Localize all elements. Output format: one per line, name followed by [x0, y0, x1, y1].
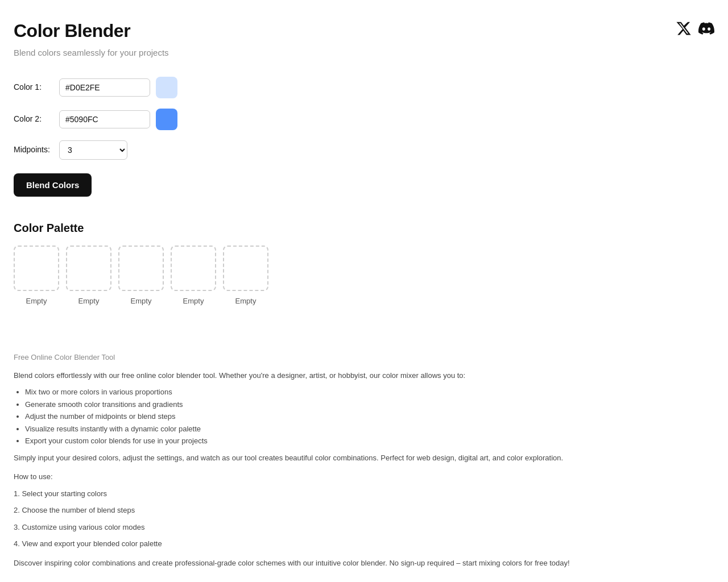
how-to-step-1: 1. Select your starting colors: [14, 488, 714, 500]
palette-swatch-5: [223, 246, 268, 291]
palette-label-2: Empty: [78, 296, 100, 307]
palette-label-1: Empty: [26, 296, 47, 307]
color2-text-input[interactable]: [59, 110, 150, 128]
palette-swatch-4: [171, 246, 216, 291]
free-tool-label: Free Online Color Blender Tool: [14, 352, 714, 363]
header-left: Color Blender Blend colors seamlessly fo…: [14, 17, 169, 60]
color1-row: Color 1:: [14, 77, 714, 98]
palette-label-5: Empty: [235, 296, 257, 307]
page-subtitle: Blend colors seamlessly for your project…: [14, 47, 169, 60]
info-feature-4: Visualize results instantly with a dynam…: [25, 423, 714, 435]
color2-row: Color 2:: [14, 109, 714, 130]
form-section: Color 1: Color 2: Midpoints: 1 2 3 4 5 6…: [14, 77, 714, 214]
color1-swatch[interactable]: [156, 77, 177, 98]
color2-swatch[interactable]: [156, 109, 177, 130]
discord-icon[interactable]: [698, 20, 714, 36]
palette-item-1: Empty: [14, 246, 59, 307]
blend-colors-button[interactable]: Blend Colors: [14, 173, 92, 197]
info-feature-2: Generate smooth color transitions and gr…: [25, 399, 714, 410]
info-features-list: Mix two or more colors in various propor…: [25, 386, 714, 447]
color2-label: Color 2:: [14, 113, 53, 125]
info-feature-5: Export your custom color blends for use …: [25, 435, 714, 447]
palette-grid: Empty Empty Empty Empty Empty: [14, 246, 714, 307]
palette-swatch-1: [14, 246, 59, 291]
how-to-section: How to use: 1. Select your starting colo…: [14, 471, 714, 550]
palette-item-3: Empty: [118, 246, 164, 307]
info-intro: Blend colors effortlessly with our free …: [14, 370, 714, 381]
info-section: Free Online Color Blender Tool Blend col…: [14, 352, 714, 582]
how-to-step-2: 2. Choose the number of blend steps: [14, 505, 714, 516]
palette-swatch-2: [66, 246, 111, 291]
page-title: Color Blender: [14, 17, 169, 44]
info-body: Simply input your desired colors, adjust…: [14, 452, 714, 464]
palette-swatch-3: [118, 246, 164, 291]
palette-label-3: Empty: [131, 296, 152, 307]
palette-label-4: Empty: [183, 296, 204, 307]
info-feature-3: Adjust the number of midpoints or blend …: [25, 411, 714, 422]
palette-item-5: Empty: [223, 246, 268, 307]
social-icons: [676, 17, 714, 36]
palette-section: Color Palette Empty Empty Empty Empty: [14, 219, 714, 307]
twitter-icon[interactable]: [676, 20, 692, 36]
palette-item-2: Empty: [66, 246, 111, 307]
color1-label: Color 1:: [14, 81, 53, 93]
midpoints-row: Midpoints: 1 2 3 4 5 6 7 8 9 10: [14, 140, 714, 160]
palette-item-4: Empty: [171, 246, 216, 307]
how-to-title: How to use:: [14, 471, 714, 483]
palette-title: Color Palette: [14, 219, 714, 236]
color1-text-input[interactable]: [59, 78, 150, 97]
info-feature-1: Mix two or more colors in various propor…: [25, 386, 714, 398]
info-closing: Discover inspiring color combinations an…: [14, 558, 714, 569]
midpoints-label: Midpoints:: [14, 144, 53, 156]
midpoints-select[interactable]: 1 2 3 4 5 6 7 8 9 10: [59, 140, 127, 160]
how-to-step-4: 4. View and export your blended color pa…: [14, 538, 714, 550]
how-to-step-3: 3. Customize using various color modes: [14, 522, 714, 533]
